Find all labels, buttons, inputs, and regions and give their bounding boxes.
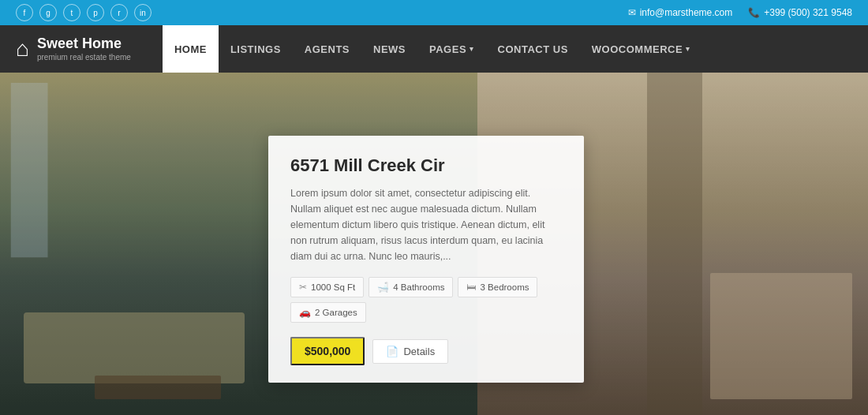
bed-icon: 🛏 (466, 282, 476, 293)
google-plus-icon[interactable]: g (39, 4, 57, 21)
bath-icon: 🛁 (377, 282, 389, 293)
nav-news[interactable]: NEWS (361, 25, 417, 73)
logo[interactable]: ⌂ Sweet Home premium real estate theme (16, 36, 131, 62)
feature-bathrooms: 🛁 4 Bathrooms (369, 277, 453, 297)
price-button[interactable]: $500,000 (290, 337, 365, 365)
phone-text: +399 (500) 321 9548 (764, 7, 852, 18)
phone-info: 📞 +399 (500) 321 9548 (748, 7, 852, 18)
table-shape (95, 376, 221, 399)
property-title: 6571 Mill Creek Cir (290, 155, 562, 176)
brand-tagline: premium real estate theme (37, 53, 131, 62)
nav-agents[interactable]: AGENTS (293, 25, 361, 73)
garage-label: 2 Garages (315, 308, 357, 317)
nav-listings[interactable]: LISTINGS (219, 25, 293, 73)
email-icon: ✉ (628, 7, 636, 18)
nav-contact[interactable]: CONTACT US (486, 25, 580, 73)
cabinet-shape (710, 273, 852, 399)
nav-menu: HOME LISTINGS AGENTS NEWS PAGES ▾ CONTAC… (163, 25, 852, 73)
sqft-icon: ✂ (299, 282, 307, 293)
property-actions: $500,000 📄 Details (290, 337, 562, 365)
details-button[interactable]: 📄 Details (372, 339, 448, 364)
pages-dropdown-arrow: ▾ (470, 45, 474, 53)
details-icon: 📄 (386, 346, 398, 357)
nav-woocommerce[interactable]: WOOCOMMERCE ▾ (580, 25, 702, 73)
feature-garages: 🚗 2 Garages (290, 302, 366, 323)
property-card: 6571 Mill Creek Cir Lorem ipsum dolor si… (268, 136, 584, 383)
contact-info: ✉ info@marstheme.com 📞 +399 (500) 321 95… (628, 7, 852, 18)
property-description: Lorem ipsum dolor sit amet, consectetur … (290, 185, 562, 264)
twitter-icon[interactable]: t (63, 4, 80, 21)
email-text: info@marstheme.com (640, 7, 733, 18)
feature-sqft: ✂ 1000 Sq Ft (290, 277, 364, 297)
sofa-shape (24, 312, 245, 383)
linkedin-icon[interactable]: in (134, 4, 152, 21)
phone-icon: 📞 (748, 7, 760, 18)
garage-icon: 🚗 (299, 307, 311, 318)
bookshelf-shape (647, 73, 702, 415)
top-bar: f g t p r in ✉ info@marstheme.com 📞 +399… (0, 0, 868, 25)
feature-bedrooms: 🛏 3 Bedrooms (458, 277, 537, 297)
email-info: ✉ info@marstheme.com (628, 7, 733, 18)
details-label: Details (403, 346, 435, 357)
nav-home[interactable]: HOME (163, 25, 219, 73)
logo-icon: ⌂ (16, 36, 29, 62)
woocommerce-dropdown-arrow: ▾ (686, 45, 690, 53)
property-features: ✂ 1000 Sq Ft 🛁 4 Bathrooms 🛏 3 Bedrooms … (290, 277, 562, 323)
navbar: ⌂ Sweet Home premium real estate theme H… (0, 25, 868, 73)
rss-icon[interactable]: r (110, 4, 128, 21)
logo-text: Sweet Home premium real estate theme (37, 36, 131, 62)
hero-section: 6571 Mill Creek Cir Lorem ipsum dolor si… (0, 73, 868, 415)
nav-pages[interactable]: PAGES ▾ (417, 25, 486, 73)
social-icons: f g t p r in (16, 4, 152, 21)
bath-label: 4 Bathrooms (393, 282, 444, 292)
pinterest-icon[interactable]: p (87, 4, 104, 21)
facebook-icon[interactable]: f (16, 4, 33, 21)
bed-label: 3 Bedrooms (480, 282, 529, 292)
sqft-label: 1000 Sq Ft (311, 282, 355, 292)
brand-name: Sweet Home (37, 36, 131, 53)
